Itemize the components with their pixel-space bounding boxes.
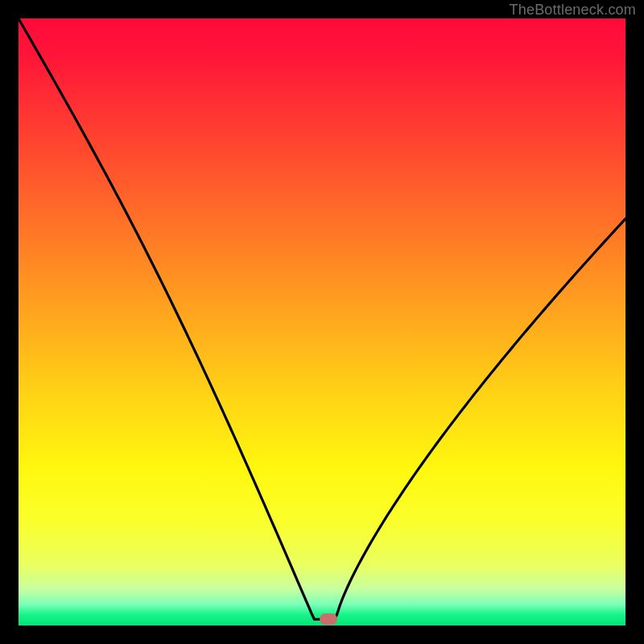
plot-area — [19, 19, 625, 625]
watermark-text: TheBottleneck.com — [510, 2, 636, 19]
bottleneck-curve — [19, 19, 625, 625]
minimum-marker — [320, 613, 337, 625]
chart-frame: TheBottleneck.com — [0, 0, 644, 644]
